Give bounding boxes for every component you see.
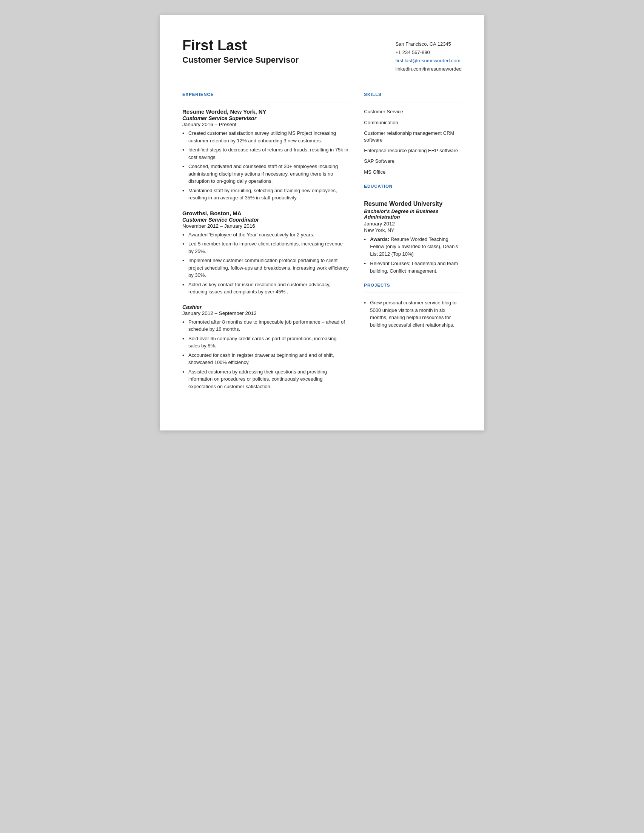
contact-phone: +1 234 567-890 xyxy=(395,48,462,57)
edu-bullet1-label: Awards: xyxy=(370,236,389,242)
body-columns: EXPERIENCE Resume Worded, New York, NY C… xyxy=(182,91,462,398)
skills-section: SKILLS Customer Service Communication Cu… xyxy=(364,92,462,175)
left-column: EXPERIENCE Resume Worded, New York, NY C… xyxy=(182,91,349,398)
contact-linkedin: linkedin.com/in/resumeworded xyxy=(395,65,462,73)
edu-location: New York, NY xyxy=(364,227,462,233)
list-item: MS Office xyxy=(364,169,462,175)
contact-email[interactable]: first.last@resumeworded.com xyxy=(395,57,462,65)
list-item: Awards: Resume Worded Teaching Fellow (o… xyxy=(364,236,462,258)
job-block-2: Growthsi, Boston, MA Customer Service Co… xyxy=(182,210,349,296)
resume-page: First Last Customer Service Supervisor S… xyxy=(160,15,484,431)
list-item: Customer relationship management CRM sof… xyxy=(364,130,462,143)
list-item: Grew personal customer service blog to 5… xyxy=(364,299,462,328)
list-item: Awarded 'Employee of the Year' consecuti… xyxy=(182,231,349,239)
header-contact: San Francisco, CA 12345 +1 234 567-890 f… xyxy=(395,38,462,73)
education-divider xyxy=(364,194,462,194)
edu-date: January 2012 xyxy=(364,221,462,227)
projects-bullets: Grew personal customer service blog to 5… xyxy=(364,299,462,328)
job1-title: Customer Service Supervisor xyxy=(182,115,349,121)
projects-divider xyxy=(364,293,462,293)
projects-section-label: PROJECTS xyxy=(364,283,462,287)
list-item: Enterprise resource planning ERP softwar… xyxy=(364,147,462,154)
job1-dates: January 2016 – Present xyxy=(182,122,349,127)
job-block-1: Resume Worded, New York, NY Customer Ser… xyxy=(182,108,349,202)
list-item: Communication xyxy=(364,119,462,126)
list-item: Promoted after 8 months due to impeccabl… xyxy=(182,318,349,333)
email-link[interactable]: first.last@resumeworded.com xyxy=(395,58,460,63)
projects-section: PROJECTS Grew personal customer service … xyxy=(364,283,462,328)
candidate-title: Customer Service Supervisor xyxy=(182,55,299,65)
job1-company-name: Resume Worded, xyxy=(182,108,228,115)
list-item: Identified steps to decrease rates of re… xyxy=(182,146,349,161)
list-item: Acted as key contact for issue resolutio… xyxy=(182,281,349,296)
candidate-name: First Last xyxy=(182,38,299,54)
skills-divider xyxy=(364,102,462,102)
edu-degree: Bachelor's Degree in Business Administra… xyxy=(364,208,462,220)
skills-list: Customer Service Communication Customer … xyxy=(364,108,462,175)
job2-company-suffix: Boston, MA xyxy=(208,210,242,216)
job2-bullets: Awarded 'Employee of the Year' consecuti… xyxy=(182,231,349,296)
edu-bullets: Awards: Resume Worded Teaching Fellow (o… xyxy=(364,236,462,275)
header-left: First Last Customer Service Supervisor xyxy=(182,38,299,65)
job2-company-name: Growthsi, xyxy=(182,210,208,216)
skills-section-label: SKILLS xyxy=(364,92,462,96)
job3-dates: January 2012 – September 2012 xyxy=(182,310,349,316)
list-item: Assisted customers by addressing their q… xyxy=(182,368,349,391)
list-item: SAP Software xyxy=(364,158,462,165)
list-item: Customer Service xyxy=(364,108,462,115)
contact-address: San Francisco, CA 12345 xyxy=(395,40,462,48)
list-item: Accounted for cash in register drawer at… xyxy=(182,352,349,366)
edu-bullet2-text: Relevant Courses: Leadership and team bu… xyxy=(370,261,458,274)
right-column: SKILLS Customer Service Communication Cu… xyxy=(364,91,462,398)
job3-title: Cashier xyxy=(182,304,349,310)
job-block-3: Cashier January 2012 – September 2012 Pr… xyxy=(182,304,349,391)
experience-section-label: EXPERIENCE xyxy=(182,92,349,96)
job1-company-suffix: New York, NY xyxy=(228,108,266,115)
edu-school: Resume Worded University xyxy=(364,200,462,207)
education-section-label: EDUCATION xyxy=(364,184,462,188)
job2-dates: November 2012 – January 2016 xyxy=(182,223,349,229)
list-item: Implement new customer communication pro… xyxy=(182,257,349,279)
list-item: Created customer satisfaction survey uti… xyxy=(182,130,349,144)
list-item: Led 5-member team to improve client rela… xyxy=(182,240,349,255)
job2-title: Customer Service Coordinator xyxy=(182,217,349,223)
education-section: EDUCATION Resume Worded University Bache… xyxy=(364,184,462,275)
job1-company: Resume Worded, New York, NY xyxy=(182,108,349,115)
job1-bullets: Created customer satisfaction survey uti… xyxy=(182,130,349,202)
list-item: Relevant Courses: Leadership and team bu… xyxy=(364,260,462,275)
job2-company: Growthsi, Boston, MA xyxy=(182,210,349,216)
experience-divider xyxy=(182,102,349,102)
list-item: Coached, motivated and counselled staff … xyxy=(182,163,349,185)
job3-bullets: Promoted after 8 months due to impeccabl… xyxy=(182,318,349,391)
list-item: Maintained staff by recruiting, selectin… xyxy=(182,187,349,202)
header-section: First Last Customer Service Supervisor S… xyxy=(182,38,462,77)
list-item: Sold over 65 company credit cards as par… xyxy=(182,335,349,350)
